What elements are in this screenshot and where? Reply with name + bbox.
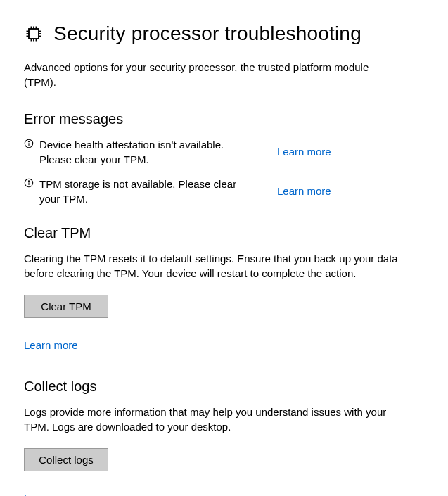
page-subheading: Advanced options for your security proce… [24, 60, 390, 89]
section-title-errors: Error messages [24, 109, 424, 129]
error-item: TPM storage is not available. Please cle… [24, 177, 424, 206]
info-icon [24, 178, 39, 188]
clear-tpm-button[interactable]: Clear TPM [24, 295, 108, 318]
error-text: TPM storage is not available. Please cle… [39, 177, 264, 206]
clear-tpm-description: Clearing the TPM resets it to default se… [24, 251, 404, 281]
learn-more-link[interactable]: Learn more [24, 491, 78, 496]
learn-more-link[interactable]: Learn more [277, 184, 331, 198]
svg-rect-0 [29, 29, 39, 39]
collect-logs-button[interactable]: Collect logs [24, 448, 108, 471]
section-title-collect-logs: Collect logs [24, 376, 424, 396]
page-header: Security processor troubleshooting [24, 20, 424, 47]
error-item: Device health attestation isn't availabl… [24, 137, 424, 167]
info-icon [24, 139, 39, 148]
section-title-clear-tpm: Clear TPM [24, 223, 424, 243]
svg-point-18 [28, 181, 29, 182]
chip-icon [24, 24, 44, 44]
learn-more-link[interactable]: Learn more [277, 144, 331, 159]
svg-point-15 [28, 141, 29, 142]
page-title: Security processor troubleshooting [53, 20, 361, 47]
error-text: Device health attestation isn't availabl… [39, 137, 264, 167]
collect-logs-description: Logs provide more information that may h… [24, 405, 404, 434]
learn-more-link[interactable]: Learn more [24, 338, 78, 352]
